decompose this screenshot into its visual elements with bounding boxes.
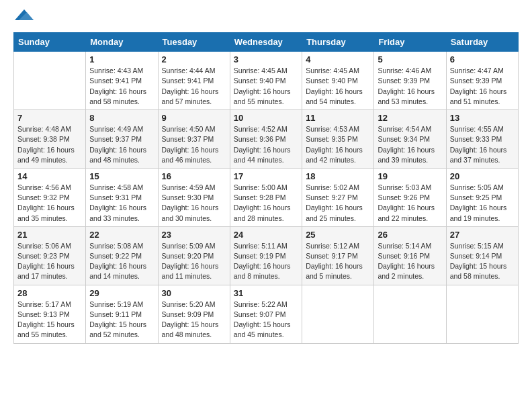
day-info: Sunrise: 4:45 AM Sunset: 9:40 PM Dayligh… (234, 66, 298, 107)
calendar-cell: 30Sunrise: 5:20 AM Sunset: 9:09 PM Dayli… (158, 285, 230, 343)
day-info: Sunrise: 5:17 AM Sunset: 9:13 PM Dayligh… (17, 300, 82, 340)
calendar-cell: 25Sunrise: 5:12 AM Sunset: 9:17 PM Dayli… (302, 226, 374, 285)
week-row-4: 21Sunrise: 5:06 AM Sunset: 9:23 PM Dayli… (14, 226, 519, 285)
day-info: Sunrise: 4:50 AM Sunset: 9:37 PM Dayligh… (162, 124, 226, 165)
day-info: Sunrise: 5:06 AM Sunset: 9:23 PM Dayligh… (17, 241, 82, 282)
day-number: 18 (306, 171, 370, 181)
day-number: 30 (162, 288, 226, 298)
day-info: Sunrise: 5:09 AM Sunset: 9:20 PM Dayligh… (162, 241, 226, 282)
day-number: 22 (89, 230, 154, 240)
day-number: 29 (89, 288, 154, 298)
day-info: Sunrise: 4:46 AM Sunset: 9:39 PM Dayligh… (378, 66, 442, 107)
calendar-cell: 1Sunrise: 4:43 AM Sunset: 9:41 PM Daylig… (86, 52, 158, 110)
day-number: 8 (89, 113, 154, 123)
calendar-cell: 5Sunrise: 4:46 AM Sunset: 9:39 PM Daylig… (374, 52, 446, 110)
day-info: Sunrise: 5:05 AM Sunset: 9:25 PM Dayligh… (450, 183, 515, 224)
calendar-cell: 10Sunrise: 4:52 AM Sunset: 9:36 PM Dayli… (230, 110, 302, 169)
day-info: Sunrise: 4:54 AM Sunset: 9:34 PM Dayligh… (378, 124, 442, 165)
day-info: Sunrise: 4:53 AM Sunset: 9:35 PM Dayligh… (306, 124, 370, 165)
day-number: 28 (17, 288, 82, 298)
logo (13, 11, 34, 27)
day-number: 24 (234, 230, 298, 240)
day-info: Sunrise: 4:48 AM Sunset: 9:38 PM Dayligh… (17, 124, 82, 165)
logo-icon (15, 9, 34, 20)
calendar-cell: 8Sunrise: 4:49 AM Sunset: 9:37 PM Daylig… (86, 110, 158, 169)
header (13, 11, 519, 27)
day-info: Sunrise: 5:03 AM Sunset: 9:26 PM Dayligh… (378, 183, 442, 224)
day-number: 15 (89, 171, 154, 181)
calendar-cell (14, 52, 86, 110)
day-number: 9 (162, 113, 226, 123)
calendar-cell: 4Sunrise: 4:45 AM Sunset: 9:40 PM Daylig… (302, 52, 374, 110)
calendar-cell: 27Sunrise: 5:15 AM Sunset: 9:14 PM Dayli… (446, 226, 518, 285)
day-number: 1 (89, 54, 154, 64)
calendar-cell (302, 285, 374, 343)
calendar-cell: 14Sunrise: 4:56 AM Sunset: 9:32 PM Dayli… (14, 168, 86, 226)
day-info: Sunrise: 4:56 AM Sunset: 9:32 PM Dayligh… (17, 183, 82, 224)
day-number: 23 (162, 230, 226, 240)
day-number: 13 (450, 113, 515, 123)
calendar-cell: 18Sunrise: 5:02 AM Sunset: 9:27 PM Dayli… (302, 168, 374, 226)
day-number: 7 (17, 113, 82, 123)
day-number: 3 (234, 54, 298, 64)
day-number: 11 (306, 113, 370, 123)
day-number: 4 (306, 54, 370, 64)
day-number: 25 (306, 230, 370, 240)
weekday-header-friday: Friday (374, 33, 446, 52)
day-info: Sunrise: 4:55 AM Sunset: 9:33 PM Dayligh… (450, 124, 515, 165)
calendar-cell: 21Sunrise: 5:06 AM Sunset: 9:23 PM Dayli… (14, 226, 86, 285)
day-info: Sunrise: 5:15 AM Sunset: 9:14 PM Dayligh… (450, 241, 515, 282)
day-info: Sunrise: 5:14 AM Sunset: 9:16 PM Dayligh… (378, 241, 442, 282)
calendar-cell (446, 285, 518, 343)
day-info: Sunrise: 5:19 AM Sunset: 9:11 PM Dayligh… (89, 300, 154, 340)
weekday-header-sunday: Sunday (14, 33, 86, 52)
day-info: Sunrise: 5:20 AM Sunset: 9:09 PM Dayligh… (162, 300, 226, 340)
day-info: Sunrise: 4:45 AM Sunset: 9:40 PM Dayligh… (306, 66, 370, 107)
calendar-cell: 3Sunrise: 4:45 AM Sunset: 9:40 PM Daylig… (230, 52, 302, 110)
day-number: 26 (378, 230, 442, 240)
weekday-header-thursday: Thursday (302, 33, 374, 52)
calendar-cell: 28Sunrise: 5:17 AM Sunset: 9:13 PM Dayli… (14, 285, 86, 343)
calendar-cell: 29Sunrise: 5:19 AM Sunset: 9:11 PM Dayli… (86, 285, 158, 343)
calendar-cell: 19Sunrise: 5:03 AM Sunset: 9:26 PM Dayli… (374, 168, 446, 226)
day-info: Sunrise: 4:49 AM Sunset: 9:37 PM Dayligh… (89, 124, 154, 165)
day-info: Sunrise: 5:00 AM Sunset: 9:28 PM Dayligh… (234, 183, 298, 224)
day-number: 19 (378, 171, 442, 181)
weekday-header-tuesday: Tuesday (158, 33, 230, 52)
day-info: Sunrise: 5:11 AM Sunset: 9:19 PM Dayligh… (234, 241, 298, 282)
calendar-cell: 17Sunrise: 5:00 AM Sunset: 9:28 PM Dayli… (230, 168, 302, 226)
day-number: 5 (378, 54, 442, 64)
week-row-1: 1Sunrise: 4:43 AM Sunset: 9:41 PM Daylig… (14, 52, 519, 110)
day-number: 2 (162, 54, 226, 64)
day-info: Sunrise: 4:59 AM Sunset: 9:30 PM Dayligh… (162, 183, 226, 224)
calendar-cell: 23Sunrise: 5:09 AM Sunset: 9:20 PM Dayli… (158, 226, 230, 285)
day-number: 31 (234, 288, 298, 298)
weekday-header-monday: Monday (86, 33, 158, 52)
calendar-cell (374, 285, 446, 343)
day-number: 27 (450, 230, 515, 240)
weekday-header-wednesday: Wednesday (230, 33, 302, 52)
calendar-cell: 16Sunrise: 4:59 AM Sunset: 9:30 PM Dayli… (158, 168, 230, 226)
calendar-cell: 11Sunrise: 4:53 AM Sunset: 9:35 PM Dayli… (302, 110, 374, 169)
day-number: 21 (17, 230, 82, 240)
day-info: Sunrise: 5:22 AM Sunset: 9:07 PM Dayligh… (234, 300, 298, 340)
calendar-table: SundayMondayTuesdayWednesdayThursdayFrid… (13, 32, 519, 343)
calendar-cell: 2Sunrise: 4:44 AM Sunset: 9:41 PM Daylig… (158, 52, 230, 110)
calendar-cell: 22Sunrise: 5:08 AM Sunset: 9:22 PM Dayli… (86, 226, 158, 285)
day-info: Sunrise: 4:43 AM Sunset: 9:41 PM Dayligh… (89, 66, 154, 107)
day-info: Sunrise: 5:02 AM Sunset: 9:27 PM Dayligh… (306, 183, 370, 224)
week-row-2: 7Sunrise: 4:48 AM Sunset: 9:38 PM Daylig… (14, 110, 519, 169)
calendar-cell: 9Sunrise: 4:50 AM Sunset: 9:37 PM Daylig… (158, 110, 230, 169)
week-row-5: 28Sunrise: 5:17 AM Sunset: 9:13 PM Dayli… (14, 285, 519, 343)
calendar-cell: 31Sunrise: 5:22 AM Sunset: 9:07 PM Dayli… (230, 285, 302, 343)
day-info: Sunrise: 4:44 AM Sunset: 9:41 PM Dayligh… (162, 66, 226, 107)
week-row-3: 14Sunrise: 4:56 AM Sunset: 9:32 PM Dayli… (14, 168, 519, 226)
day-info: Sunrise: 4:52 AM Sunset: 9:36 PM Dayligh… (234, 124, 298, 165)
calendar-cell: 24Sunrise: 5:11 AM Sunset: 9:19 PM Dayli… (230, 226, 302, 285)
day-info: Sunrise: 5:08 AM Sunset: 9:22 PM Dayligh… (89, 241, 154, 282)
calendar-cell: 12Sunrise: 4:54 AM Sunset: 9:34 PM Dayli… (374, 110, 446, 169)
day-info: Sunrise: 5:12 AM Sunset: 9:17 PM Dayligh… (306, 241, 370, 282)
weekday-header-row: SundayMondayTuesdayWednesdayThursdayFrid… (14, 33, 519, 52)
day-number: 10 (234, 113, 298, 123)
calendar-cell: 20Sunrise: 5:05 AM Sunset: 9:25 PM Dayli… (446, 168, 518, 226)
